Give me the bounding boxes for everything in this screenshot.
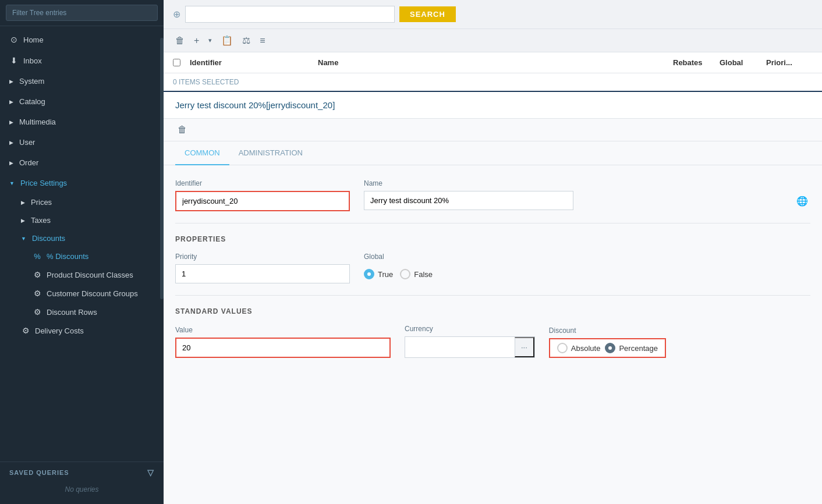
standard-values-row: Value Currency ··· Discount <box>175 325 810 358</box>
percentage-circle <box>605 343 615 353</box>
value-input[interactable] <box>175 338 391 358</box>
name-input[interactable] <box>364 191 573 210</box>
dropdown-button[interactable]: ▾ <box>206 36 214 45</box>
sidebar-item-user[interactable]: ▶ User <box>0 132 164 152</box>
sidebar-nav-wrapper: ⊙ Home ⬇ Inbox ▶ System ▶ Catalog ▶ Mult… <box>0 26 164 462</box>
global-false-radio[interactable]: False <box>400 269 433 279</box>
arrow-icon: ▶ <box>9 119 13 125</box>
inbox-icon: ⬇ <box>9 56 19 65</box>
sidebar-item-label: Home <box>23 36 44 44</box>
detail-title: Jerry test discount 20%[jerrydiscount_20… <box>175 100 335 110</box>
sidebar-item-label: Customer Discount Groups <box>47 289 138 298</box>
identifier-label: Identifier <box>175 179 350 187</box>
sidebar-nav: ⊙ Home ⬇ Inbox ▶ System ▶ Catalog ▶ Mult… <box>0 26 164 343</box>
sidebar-item-order[interactable]: ▶ Order <box>0 152 164 173</box>
language-icon[interactable]: 🌐 <box>796 196 808 207</box>
sidebar-item-label: Delivery Costs <box>35 326 84 335</box>
global-label: Global <box>364 253 433 261</box>
standard-values-title: STANDARD VALUES <box>175 307 810 315</box>
sidebar-item-system[interactable]: ▶ System <box>0 71 164 91</box>
table-area: Identifier Name Rebates Global Priori...… <box>164 52 822 92</box>
balance-button[interactable]: ⚖ <box>240 34 253 47</box>
absolute-circle <box>557 343 568 353</box>
global-true-circle <box>364 269 374 279</box>
saved-queries-title: SAVED QUERIES <box>9 469 69 476</box>
filter-icon[interactable]: ▽ <box>147 468 154 477</box>
search-button[interactable]: SEARCH <box>399 6 456 22</box>
saved-queries-section: SAVED QUERIES ▽ No queries <box>0 462 164 504</box>
priority-label: Priority <box>175 253 350 261</box>
arrow-icon: ▶ <box>21 200 25 205</box>
discount-percentage-radio[interactable]: Percentage <box>605 343 658 353</box>
arrow-icon: ▶ <box>9 160 13 166</box>
value-label: Value <box>175 326 391 334</box>
select-all-checkbox[interactable] <box>173 59 180 66</box>
sidebar-item-customer-discount-groups[interactable]: ⚙ Customer Discount Groups <box>23 284 164 303</box>
group-icon: ⚙ <box>33 289 42 298</box>
detail-panel: Jerry test discount 20%[jerrydiscount_20… <box>164 92 822 504</box>
global-true-radio[interactable]: True <box>364 269 393 279</box>
detail-delete-button[interactable]: 🗑 <box>175 123 189 136</box>
col-priori: Priori... <box>766 58 813 67</box>
discount-label: Discount <box>549 326 666 335</box>
sidebar-item-multimedia[interactable]: ▶ Multimedia <box>0 112 164 132</box>
currency-group: Currency ··· <box>405 325 535 358</box>
copy-button[interactable]: 📋 <box>219 34 235 47</box>
sidebar-item-product-discount-classes[interactable]: ⚙ Product Discount Classes <box>23 265 164 284</box>
home-icon: ⊙ <box>9 35 19 44</box>
add-button[interactable]: + <box>192 34 201 47</box>
list-button[interactable]: ≡ <box>257 34 267 47</box>
discount-absolute-radio[interactable]: Absolute <box>557 343 601 353</box>
arrow-down-icon: ▼ <box>21 236 26 242</box>
sidebar-item-label: Price Settings <box>20 179 67 187</box>
table-header: Identifier Name Rebates Global Priori... <box>164 52 822 73</box>
absolute-label: Absolute <box>571 344 601 353</box>
rows-icon: ⚙ <box>33 307 42 317</box>
delivery-icon: ⚙ <box>21 326 30 335</box>
sidebar-item-discounts[interactable]: ▼ Discounts <box>12 229 164 247</box>
priority-input[interactable] <box>175 264 350 283</box>
sidebar-item-label: Discount Rows <box>47 308 97 317</box>
global-false-circle <box>400 269 410 279</box>
saved-queries-header: SAVED QUERIES ▽ <box>9 468 154 477</box>
filter-tree-input[interactable] <box>6 5 158 21</box>
top-search-bar: ⊕ SEARCH <box>164 0 822 29</box>
discount-radio-group: Absolute Percentage <box>549 338 666 358</box>
global-group: Global True False <box>364 253 433 279</box>
tab-administration[interactable]: ADMINISTRATION <box>229 141 312 165</box>
identifier-name-row: Identifier Name 🌐 <box>175 179 810 211</box>
detail-tabs: COMMON ADMINISTRATION <box>164 141 822 165</box>
search-input[interactable] <box>185 6 395 23</box>
sidebar-item-delivery-costs[interactable]: ⚙ Delivery Costs <box>12 321 164 340</box>
global-true-label: True <box>378 270 393 279</box>
sidebar-item-discount-rows[interactable]: ⚙ Discount Rows <box>23 303 164 321</box>
sidebar-item-catalog[interactable]: ▶ Catalog <box>0 91 164 112</box>
currency-dots-button[interactable]: ··· <box>515 337 534 357</box>
sidebar-item-inbox[interactable]: ⬇ Inbox <box>0 50 164 71</box>
delete-button[interactable]: 🗑 <box>173 34 187 47</box>
sidebar-item-label: Prices <box>31 198 52 207</box>
col-identifier: Identifier <box>190 58 318 67</box>
sidebar-item-discounts-sub[interactable]: % % Discounts <box>23 247 164 265</box>
detail-toolbar: 🗑 <box>164 119 822 141</box>
sidebar-item-home[interactable]: ⊙ Home <box>0 29 164 50</box>
sidebar-item-label: Order <box>19 158 38 167</box>
identifier-group: Identifier <box>175 179 350 211</box>
identifier-input[interactable] <box>175 191 350 211</box>
global-false-label: False <box>414 270 433 279</box>
percentage-label: Percentage <box>619 344 658 353</box>
sidebar-scrollbar[interactable] <box>160 38 164 299</box>
list-toolbar: 🗑 + ▾ 📋 ⚖ ≡ <box>164 29 822 52</box>
sidebar: ⊙ Home ⬇ Inbox ▶ System ▶ Catalog ▶ Mult… <box>0 0 164 504</box>
main-content: ⊕ SEARCH 🗑 + ▾ 📋 ⚖ ≡ Identifier Name Reb… <box>164 0 822 504</box>
priority-group: Priority <box>175 253 350 283</box>
tab-common[interactable]: COMMON <box>175 141 229 165</box>
sidebar-item-prices[interactable]: ▶ Prices <box>12 193 164 211</box>
discount-group: Discount Absolute Percentage <box>549 326 666 358</box>
sidebar-item-label: User <box>19 138 35 147</box>
no-queries-text: No queries <box>9 481 154 498</box>
sidebar-item-taxes[interactable]: ▶ Taxes <box>12 211 164 229</box>
sidebar-item-price-settings[interactable]: ▼ Price Settings <box>0 173 164 193</box>
search-globe-icon[interactable]: ⊕ <box>173 9 180 20</box>
currency-input[interactable] <box>405 338 515 356</box>
